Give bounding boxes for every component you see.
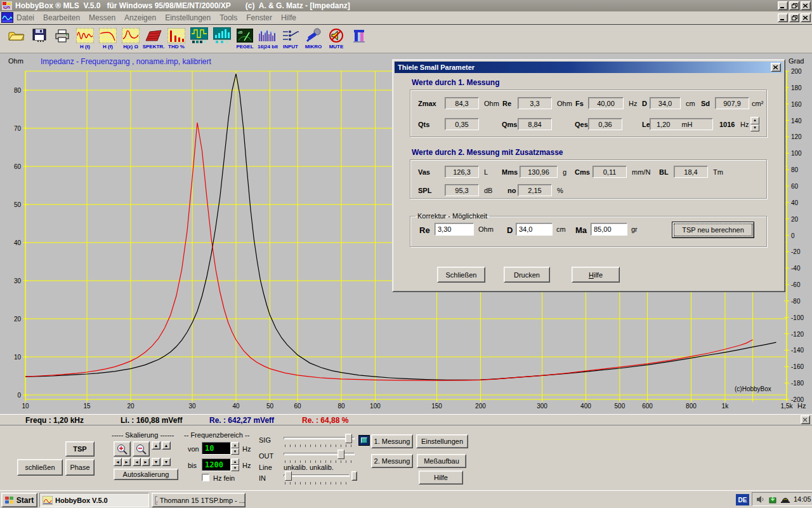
dialog-close-button[interactable] xyxy=(771,63,781,72)
zoom-in-button[interactable] xyxy=(114,441,131,457)
modem-tray-icon[interactable] xyxy=(780,495,790,504)
re-label: Re xyxy=(502,100,511,107)
mikro-button[interactable]: MIKRO xyxy=(302,25,325,52)
bis-value-display[interactable]: 1200 xyxy=(202,458,231,471)
mdi-close-button[interactable] xyxy=(801,13,811,22)
title-bar[interactable]: HobbyBox ® MLS V.5.0 für Windows 95/98/M… xyxy=(0,0,812,11)
scroll-down-button[interactable]: ▼ xyxy=(152,458,160,466)
language-indicator[interactable]: DE xyxy=(736,494,749,505)
spl-unit: dB xyxy=(484,187,492,194)
svg-text:20: 20 xyxy=(127,403,134,410)
spectrogram-icon xyxy=(145,27,162,44)
hilfe-button[interactable]: Hilfe xyxy=(419,471,463,485)
autoskalierung-button[interactable]: Autoskalierung xyxy=(114,469,178,480)
messung1-button[interactable]: 1. Messung xyxy=(371,434,413,448)
line-in-slider[interactable] xyxy=(284,471,350,481)
close-button[interactable] xyxy=(801,1,811,10)
menu-messen[interactable]: Messen xyxy=(89,13,115,22)
scroll-up-button[interactable]: ▲ xyxy=(152,441,160,450)
menu-fenster[interactable]: Fenster xyxy=(246,13,272,22)
svg-text:10: 10 xyxy=(22,403,29,410)
dialog-hilfe-button[interactable]: Hilfe xyxy=(572,267,620,283)
scroll-right-button[interactable]: ► xyxy=(122,458,131,466)
tsp-neu-berechnen-button[interactable]: TSP neu berechnen xyxy=(672,222,754,238)
tsp-button[interactable]: TSP xyxy=(65,441,95,457)
menu-datei[interactable]: Datei xyxy=(16,13,34,22)
mdi-minimize-button[interactable] xyxy=(778,13,788,22)
scroll-left2-button[interactable]: ◄ xyxy=(133,458,141,466)
scroll-left-button[interactable]: ◄ xyxy=(114,458,122,466)
out-slider-thumb[interactable] xyxy=(337,450,344,459)
signal-gate-button[interactable] xyxy=(348,25,370,52)
svg-text:20: 20 xyxy=(14,316,22,323)
hz-fein-checkbox[interactable] xyxy=(202,474,209,481)
korrektur-ma-input[interactable]: 85,00 xyxy=(591,223,627,236)
status-close-button[interactable] xyxy=(801,415,810,424)
start-button[interactable]: Start xyxy=(1,493,37,507)
update-tray-icon[interactable] xyxy=(768,495,777,504)
sig-slider[interactable] xyxy=(284,434,355,443)
mdi-restore-button[interactable] xyxy=(789,13,799,22)
korrektur-re-input[interactable]: 3,30 xyxy=(435,223,474,236)
print-button[interactable] xyxy=(51,25,74,52)
oscilloscope-button[interactable] xyxy=(188,25,211,52)
open-file-button[interactable] xyxy=(5,25,28,52)
minimize-button[interactable] xyxy=(778,1,788,10)
sig-slider-thumb[interactable] xyxy=(345,434,352,443)
le-freq-spinner[interactable]: ▲▼ xyxy=(750,117,759,131)
dialog-schliessen-button[interactable]: Schließen xyxy=(437,267,485,283)
messaufbau-button[interactable]: Meßaufbau xyxy=(417,454,466,468)
menu-einstellungen[interactable]: Einstellungen xyxy=(165,13,211,22)
menu-hilfe[interactable]: Hilfe xyxy=(281,13,296,22)
app-icon[interactable] xyxy=(2,1,12,10)
impulse-response-button[interactable]: H (t) xyxy=(74,25,96,52)
scroll-up2-button[interactable]: ▲ xyxy=(162,441,171,450)
zoom-out-button[interactable] xyxy=(133,441,150,457)
dialog-title-bar[interactable]: Thiele Small Parameter xyxy=(395,62,783,73)
scroll-right2-button[interactable]: ► xyxy=(141,458,150,466)
korrektur-d-input[interactable]: 34,0 xyxy=(516,223,553,236)
svg-text:60: 60 xyxy=(14,163,22,170)
qts-field: 0,35 xyxy=(445,118,479,130)
taskbar-task-hobbybox[interactable]: HobbyBox V.5.0 xyxy=(39,493,149,507)
svg-text:-60: -60 xyxy=(791,281,801,288)
printer-icon xyxy=(55,27,70,44)
bis-spinner[interactable]: ▲▼ xyxy=(231,458,239,471)
menu-anzeigen[interactable]: Anzeigen xyxy=(124,13,156,22)
input-select-button[interactable]: INPUT xyxy=(279,25,302,52)
taskbar-task-thomann[interactable]: Thomann 15 1TSP.bmp - ... xyxy=(152,493,246,507)
level-bars-button[interactable] xyxy=(211,25,233,52)
mute-button[interactable]: MUTE xyxy=(325,25,348,52)
dialog-drucken-button[interactable]: Drucken xyxy=(504,267,550,283)
frequency-response-button[interactable]: H (f) xyxy=(96,25,119,52)
scroll-down2-button[interactable]: ▼ xyxy=(162,458,171,466)
bis-label: bis xyxy=(188,462,197,469)
von-value-display[interactable]: 10 xyxy=(202,442,231,455)
out-slider[interactable] xyxy=(284,450,355,459)
einstellungen-button[interactable]: Einstellungen xyxy=(416,434,468,448)
korrektur-legend: Korrektur - Möglichkeit xyxy=(416,212,489,220)
von-spinner[interactable]: ▲▼ xyxy=(231,442,239,455)
bit-depth-button[interactable]: 16|24 bit xyxy=(256,25,279,52)
phase-button[interactable]: Phase xyxy=(65,459,95,476)
line-in-slider-thumb[interactable] xyxy=(285,471,292,481)
d-label: D xyxy=(642,100,647,107)
mdi-child-icon[interactable] xyxy=(1,12,13,23)
spektr-button[interactable]: SPEKTR. xyxy=(142,25,165,52)
messung2-button[interactable]: 2. Messung xyxy=(371,454,413,468)
pegel-button[interactable]: dB PEGEL xyxy=(233,25,256,52)
schliessen-button[interactable]: schließen xyxy=(17,459,63,476)
thd-button[interactable]: THD % xyxy=(165,25,188,52)
bl-unit: Tm xyxy=(713,168,723,176)
qes-field: 0,36 xyxy=(588,118,622,130)
svg-text:80: 80 xyxy=(791,166,799,173)
mute-speaker-icon xyxy=(328,27,344,44)
restore-button[interactable] xyxy=(789,1,799,10)
impedance-button[interactable]: H(z) Ω xyxy=(119,25,142,52)
svg-text:70: 70 xyxy=(14,125,22,132)
volume-tray-icon[interactable] xyxy=(756,495,765,504)
signal-indicator-button[interactable] xyxy=(358,435,370,446)
menu-bearbeiten[interactable]: Bearbeiten xyxy=(43,13,80,22)
menu-tools[interactable]: Tools xyxy=(219,13,237,22)
save-button[interactable] xyxy=(28,25,51,52)
